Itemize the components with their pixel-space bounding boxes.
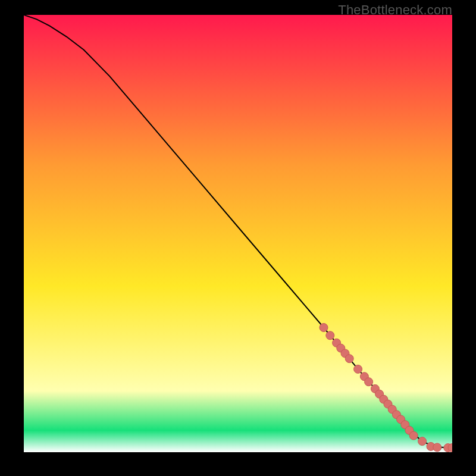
plot-area [24, 15, 452, 452]
chart-frame: TheBottleneck.com [0, 0, 476, 476]
gradient-background [24, 15, 452, 452]
data-point [409, 431, 418, 440]
data-point [433, 443, 441, 452]
data-point [418, 437, 427, 446]
data-point [326, 331, 334, 340]
data-point [345, 355, 353, 363]
data-point [354, 365, 362, 373]
chart-svg [24, 15, 452, 452]
data-point [365, 378, 373, 386]
data-point [320, 324, 328, 332]
